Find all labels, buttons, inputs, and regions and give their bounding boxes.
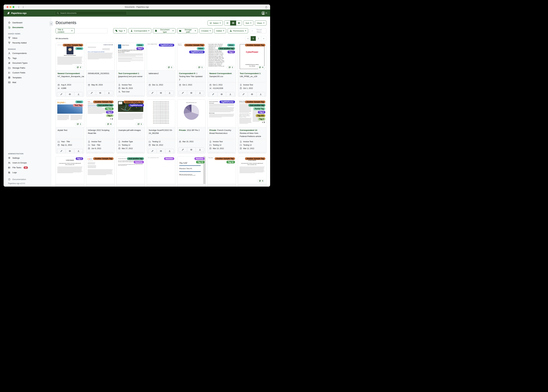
document-title[interactable]: Correspondent 9: 1 Testing New Title Upd… (177, 70, 205, 82)
view-document-button[interactable] (65, 149, 74, 153)
tag-chip[interactable]: Another Sample Tag (93, 157, 114, 160)
view-document-button[interactable] (96, 91, 104, 95)
document-thumbnail[interactable]: Adobe InDesign Scripting Documentation A… (86, 100, 115, 127)
document-card[interactable]: Patient BP Distribution 2011 Private: 20… (177, 99, 206, 153)
sidebar-item-mail[interactable]: Mail (4, 80, 51, 85)
permissions-filter-button[interactable]: Permissions (228, 28, 248, 33)
search-input[interactable]: Search documents (55, 11, 127, 15)
edit-document-button[interactable] (239, 92, 248, 96)
document-thumbnail[interactable]: DrylabN InboxTest Tag 1 (56, 100, 84, 127)
document-card[interactable]: Adobe InDesign Scripting Documentation A… (86, 99, 115, 153)
tag-chip[interactable]: Another Sample Tag (245, 101, 265, 103)
document-card[interactable]: ✳ BANK OF SCOTLAND 2,0 % p. a. auf Ihr T… (86, 43, 115, 97)
tag-chip[interactable]: Another Sample Tag (215, 157, 235, 160)
document-card[interactable]: Lorem ipsum Lorem ipsum dolor sit amet, … (238, 156, 266, 187)
view-document-button[interactable] (126, 152, 135, 153)
document-card[interactable]: CyberPower PowerPanel® Business EditionU… (238, 43, 266, 97)
tag-chip[interactable]: Another Sample Tag (184, 44, 205, 46)
document-card[interactable]: NAPOLEON BONAPARTE Another Sample TagInb… (56, 43, 84, 97)
document-thumbnail[interactable]: Another Sample TagTagWithPartial 1 (116, 100, 145, 127)
document-card[interactable]: DrylabN InboxTest Tag 1 drylab Test Year… (56, 99, 84, 153)
tag-chip[interactable]: Another Sample Tag (245, 157, 265, 160)
correspondent-filter-button[interactable]: Correspondent (129, 28, 151, 33)
document-card[interactable]: Medical Teacher Has the new Kirkpatrick … (116, 43, 145, 97)
edit-document-button[interactable] (118, 152, 126, 153)
sidebar-item-document-types[interactable]: Document Types (4, 61, 51, 65)
document-title[interactable]: Test Correspondent 1: UM_PPBE_en_v29 (238, 70, 266, 82)
download-document-button[interactable] (226, 92, 235, 96)
tag-chip[interactable]: Another Sample Tag (93, 101, 114, 103)
created-filter-button[interactable]: Created (199, 28, 213, 33)
notes-count-pill[interactable]: 1 (196, 66, 204, 69)
tag-chip[interactable]: TagWithPartial (189, 51, 205, 53)
notes-count-pill[interactable]: 1 (136, 123, 144, 126)
document-thumbnail[interactable]: Serial Number,Company Name,Employe 97881… (208, 43, 236, 70)
sidebar-item-templates[interactable]: Templates (4, 75, 51, 80)
document-card[interactable]: This is a test Another Sample TagTag 12 (208, 156, 236, 187)
document-thumbnail[interactable]: one,1.0five,5.0 Another Sample TagInboxT… (177, 43, 205, 70)
added-filter-button[interactable]: Added (214, 28, 226, 33)
download-document-button[interactable] (105, 91, 113, 95)
document-thumbnail[interactable]: The SAT Practice Test #1 Make time to ta… (177, 156, 205, 184)
sidebar-item-storage-paths[interactable]: Storage Paths (4, 65, 51, 70)
storage-path-filter-button[interactable]: Storage path (177, 28, 198, 33)
search-field-selector[interactable]: Title & content (56, 28, 74, 33)
tag-chip[interactable]: Inbox (227, 44, 235, 46)
document-card[interactable]: Serial Number,Company Name,Employe 97881… (208, 43, 236, 97)
browser-back-icon[interactable] (18, 6, 20, 8)
tag-chip[interactable]: Just another tag (97, 104, 114, 107)
document-thumbnail[interactable]: Medical Teacher Has the new Kirkpatrick … (116, 43, 145, 70)
tag-chip[interactable]: Inbox (136, 44, 144, 46)
edit-document-button[interactable] (179, 91, 187, 95)
notes-count-pill[interactable]: 6 (105, 123, 113, 126)
tag-chip[interactable]: Tag 2 (106, 111, 114, 113)
document-correspondent[interactable]: Correspondent 14 (240, 129, 257, 131)
document-correspondent[interactable]: Test Correspondent 1 (240, 72, 260, 75)
edit-document-button[interactable] (57, 92, 65, 96)
document-card[interactable]: French Country Bread For the Leaven Make… (208, 99, 236, 153)
document-card[interactable]: Country,Region/State, TagWithPartial 1 t… (147, 43, 175, 97)
select-button[interactable]: Select (208, 21, 223, 26)
document-card[interactable]: Contact Sheet Demo Given a set of image … (116, 156, 145, 187)
document-card[interactable]: Lorem ipsum Lorem ipsum dolor sit amet, … (56, 156, 84, 187)
tag-chip[interactable]: Tag 222 (256, 114, 265, 117)
tag-chip[interactable]: Another Sample Tag (123, 101, 144, 103)
download-document-button[interactable] (196, 91, 204, 95)
tag-chip[interactable]: Inbox (197, 47, 205, 50)
document-card[interactable]: This is a multi page document. Page 1. N… (147, 156, 175, 187)
sidebar-item-file-tasks[interactable]: File Tasks16 (4, 165, 51, 170)
tag-chip[interactable]: TagWithPartial (129, 104, 144, 107)
edit-document-button[interactable] (118, 96, 126, 97)
download-document-button[interactable] (196, 147, 204, 152)
document-correspondent[interactable]: Test Correspondent 1 (118, 72, 139, 75)
document-title[interactable]: Newest Correspondent: Sample100.csv (208, 70, 236, 82)
reset-filters-button[interactable]: × Reset filters (250, 28, 266, 33)
notes-count-pill[interactable]: 2 (75, 66, 83, 69)
view-document-button[interactable] (126, 96, 135, 97)
edit-document-button[interactable] (87, 91, 96, 95)
download-document-button[interactable] (135, 96, 144, 97)
sidebar-item-dashboard[interactable]: Dashboard (4, 20, 51, 25)
download-document-button[interactable] (226, 152, 235, 153)
document-thumbnail[interactable]: This is a test Another Sample TagTag 12 (208, 156, 236, 184)
view-document-button[interactable] (157, 91, 165, 95)
sidebar-item-logs[interactable]: Logs (4, 170, 51, 175)
notes-count-pill[interactable]: 1 (166, 66, 174, 69)
document-title[interactable]: drylab Test (56, 127, 84, 139)
view-document-button[interactable] (187, 91, 195, 95)
edit-document-button[interactable] (87, 152, 96, 153)
document-thumbnail[interactable]: Lorem ipsum Lorem ipsum dolor sit amet, … (238, 156, 266, 184)
document-card[interactable]: one,1.0five,5.0 Another Sample TagInboxT… (177, 43, 206, 97)
views-button[interactable]: Views (255, 21, 266, 26)
document-thumbnail[interactable]: Test Name Another Sample Tag (86, 156, 115, 184)
tag-chip[interactable]: Tag 2 (76, 157, 83, 160)
tag-chip[interactable]: Just another tag (127, 157, 144, 160)
view-document-button[interactable] (248, 152, 256, 153)
document-title[interactable]: 2sample-pdf-with-images (116, 127, 145, 139)
edit-document-button[interactable] (209, 92, 217, 96)
edit-document-button[interactable] (57, 149, 65, 153)
download-document-button[interactable] (74, 92, 83, 96)
sidebar-item-inbox[interactable]: Inbox (4, 35, 51, 40)
view-document-button[interactable] (96, 152, 104, 153)
minimize-window-button[interactable] (10, 6, 11, 8)
